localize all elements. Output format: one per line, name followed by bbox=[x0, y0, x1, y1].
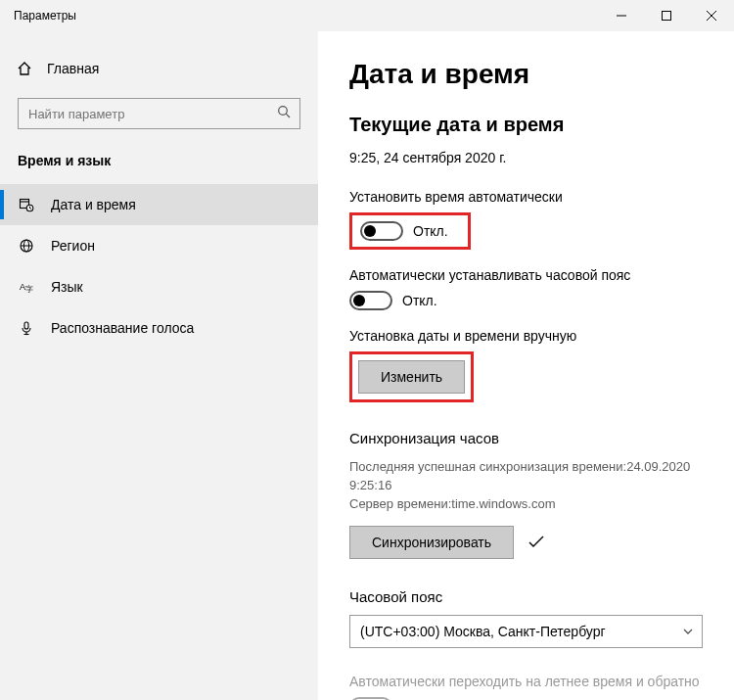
svg-rect-16 bbox=[24, 322, 28, 329]
manual-set-label: Установка даты и времени вручную bbox=[349, 328, 703, 344]
calendar-clock-icon bbox=[18, 197, 35, 212]
change-button-label: Изменить bbox=[381, 369, 442, 385]
sync-heading: Синхронизация часов bbox=[349, 430, 703, 446]
auto-time-toggle[interactable] bbox=[360, 221, 403, 241]
window-minimize-button[interactable] bbox=[599, 0, 644, 31]
sidebar-group-title: Время и язык bbox=[0, 153, 318, 184]
auto-time-highlight: Откл. bbox=[349, 212, 471, 250]
change-button[interactable]: Изменить bbox=[358, 360, 465, 394]
svg-line-5 bbox=[286, 114, 290, 117]
svg-text:字: 字 bbox=[25, 285, 33, 294]
chevron-down-icon bbox=[682, 626, 694, 637]
window-title: Параметры bbox=[0, 9, 76, 23]
sync-info: Последняя успешная синхронизация времени… bbox=[349, 458, 703, 514]
window-close-button[interactable] bbox=[689, 0, 734, 31]
sidebar: Главная Время и язык Дата и время Регион… bbox=[0, 31, 318, 700]
auto-tz-label: Автоматически устанавливать часовой пояс bbox=[349, 267, 703, 283]
microphone-icon bbox=[18, 320, 35, 336]
sidebar-item-label: Дата и время bbox=[51, 197, 136, 212]
sync-last: Последняя успешная синхронизация времени… bbox=[349, 458, 703, 495]
sidebar-item-date-time[interactable]: Дата и время bbox=[0, 184, 318, 225]
sidebar-item-speech[interactable]: Распознавание голоса bbox=[0, 307, 318, 349]
search-input[interactable] bbox=[18, 98, 300, 129]
window-maximize-button[interactable] bbox=[644, 0, 689, 31]
page-title: Дата и время bbox=[349, 59, 703, 90]
svg-rect-1 bbox=[663, 12, 671, 21]
sync-server: Сервер времени:time.windows.com bbox=[349, 495, 703, 514]
timezone-select[interactable]: (UTC+03:00) Москва, Санкт-Петербург bbox=[349, 615, 703, 648]
sync-button[interactable]: Синхронизировать bbox=[349, 526, 514, 559]
timezone-heading: Часовой пояс bbox=[349, 588, 703, 605]
search-wrap bbox=[18, 98, 300, 129]
auto-tz-state: Откл. bbox=[402, 293, 437, 308]
dst-toggle bbox=[349, 697, 392, 700]
language-icon: A字 bbox=[18, 279, 35, 295]
window-controls bbox=[599, 0, 734, 31]
titlebar: Параметры bbox=[0, 0, 734, 31]
sidebar-item-label: Регион bbox=[51, 238, 95, 254]
timezone-value: (UTC+03:00) Москва, Санкт-Петербург bbox=[360, 624, 606, 639]
current-datetime: 9:25, 24 сентября 2020 г. bbox=[349, 150, 703, 165]
sidebar-home[interactable]: Главная bbox=[0, 53, 318, 84]
auto-time-state: Откл. bbox=[413, 223, 448, 239]
svg-point-4 bbox=[279, 107, 288, 116]
change-button-highlight: Изменить bbox=[349, 351, 474, 402]
dst-label: Автоматически переходить на летнее время… bbox=[349, 674, 703, 689]
sync-button-label: Синхронизировать bbox=[372, 535, 491, 550]
check-icon bbox=[528, 536, 545, 549]
sidebar-item-region[interactable]: Регион bbox=[0, 225, 318, 266]
sidebar-item-label: Распознавание голоса bbox=[51, 320, 194, 336]
main-pane: Дата и время Текущие дата и время 9:25, … bbox=[318, 31, 734, 700]
sidebar-item-language[interactable]: A字 Язык bbox=[0, 266, 318, 307]
home-icon bbox=[16, 61, 33, 76]
sidebar-item-label: Язык bbox=[51, 279, 83, 295]
auto-tz-toggle[interactable] bbox=[349, 291, 392, 310]
auto-time-label: Установить время автоматически bbox=[349, 189, 703, 205]
section-current-heading: Текущие дата и время bbox=[349, 114, 703, 136]
search-icon bbox=[277, 105, 291, 122]
sidebar-home-label: Главная bbox=[47, 61, 99, 76]
globe-icon bbox=[18, 238, 35, 254]
